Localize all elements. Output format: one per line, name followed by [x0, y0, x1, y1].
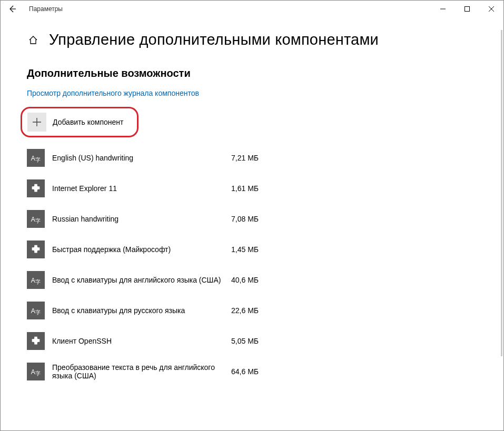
titlebar: Параметры	[1, 1, 503, 17]
add-feature-label: Добавить компонент	[53, 118, 123, 126]
feature-label: Internet Explorer 11	[52, 184, 231, 193]
svg-text:A: A	[31, 155, 35, 162]
svg-text:A: A	[31, 368, 35, 376]
section-title: Дополнительные возможности	[27, 67, 477, 79]
close-button[interactable]	[479, 1, 503, 17]
plus-icon	[27, 113, 46, 132]
svg-rect-0	[465, 7, 470, 12]
plugin-icon	[27, 179, 45, 197]
feature-label: Клиент OpenSSH	[52, 337, 231, 345]
feature-item[interactable]: Клиент OpenSSH5,05 МБ	[27, 332, 477, 350]
font-icon: A字	[27, 271, 45, 289]
window-title: Параметры	[29, 5, 63, 13]
plugin-icon	[27, 332, 45, 350]
feature-label: Ввод с клавиатуры для английского языка …	[52, 276, 231, 284]
plugin-icon	[27, 240, 45, 258]
feature-size: 1,45 МБ	[231, 245, 259, 254]
feature-size: 64,6 МБ	[231, 367, 259, 376]
svg-text:字: 字	[35, 370, 41, 376]
feature-label: Ввод с клавиатуры для русского языка	[52, 306, 231, 315]
feature-size: 1,61 МБ	[231, 184, 259, 193]
feature-item[interactable]: A字Ввод с клавиатуры для английского язык…	[27, 271, 477, 289]
history-link[interactable]: Просмотр дополнительного журнала компоне…	[27, 89, 199, 97]
svg-text:A: A	[31, 307, 35, 315]
back-button[interactable]	[5, 2, 19, 16]
svg-text:字: 字	[35, 157, 41, 163]
font-icon: A字	[27, 363, 45, 380]
feature-item[interactable]: A字Ввод с клавиатуры для русского языка22…	[27, 302, 477, 319]
feature-label: Быстрая поддержка (Майкрософт)	[52, 245, 231, 254]
font-icon: A字	[27, 302, 45, 319]
feature-size: 22,6 МБ	[231, 306, 259, 315]
svg-text:A: A	[31, 216, 35, 223]
feature-list: A字English (US) handwriting7,21 МБInterne…	[27, 149, 477, 380]
feature-item[interactable]: Internet Explorer 111,61 МБ	[27, 179, 477, 197]
font-icon: A字	[27, 149, 45, 167]
feature-item[interactable]: Быстрая поддержка (Майкрософт)1,45 МБ	[27, 240, 477, 258]
feature-label: Russian handwriting	[52, 215, 231, 223]
feature-size: 5,05 МБ	[231, 337, 259, 345]
feature-item[interactable]: A字Преобразование текста в речь для англи…	[27, 363, 477, 380]
svg-text:字: 字	[35, 218, 41, 224]
feature-item[interactable]: A字English (US) handwriting7,21 МБ	[27, 149, 477, 167]
svg-text:字: 字	[35, 279, 41, 285]
feature-item[interactable]: A字Russian handwriting7,08 МБ	[27, 210, 477, 228]
add-feature-button[interactable]: Добавить компонент	[21, 107, 139, 137]
feature-label: Преобразование текста в речь для английс…	[52, 363, 231, 380]
page-title: Управление дополнительными компонентами	[49, 31, 379, 48]
svg-text:A: A	[31, 277, 35, 284]
scrollbar[interactable]	[495, 30, 502, 419]
feature-size: 40,6 МБ	[231, 276, 259, 284]
minimize-button[interactable]	[431, 1, 455, 17]
feature-size: 7,21 МБ	[231, 154, 259, 162]
maximize-button[interactable]	[455, 1, 479, 17]
feature-size: 7,08 МБ	[231, 215, 259, 223]
home-button[interactable]	[27, 34, 39, 46]
svg-text:字: 字	[35, 309, 41, 315]
font-icon: A字	[27, 210, 45, 228]
feature-label: English (US) handwriting	[52, 154, 231, 162]
